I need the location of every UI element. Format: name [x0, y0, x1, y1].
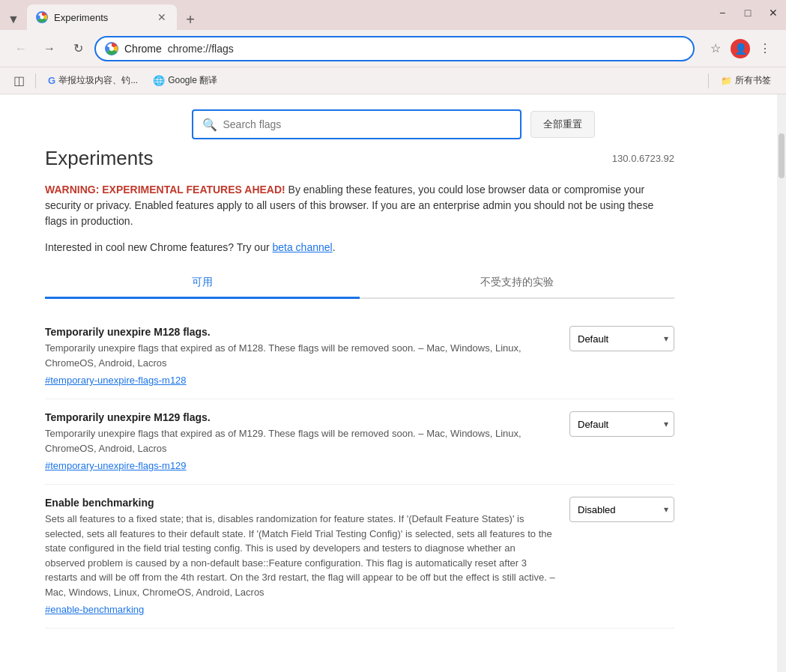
folder-icon: 📁: [721, 76, 732, 86]
flag-title-benchmarking: Enable benchmarking: [45, 497, 557, 509]
bookmarks-right: 📁 所有书签: [705, 71, 777, 90]
scrollbar[interactable]: [777, 94, 786, 672]
experiments-wrapper: Experiments 130.0.6723.92 WARNING: EXPER…: [0, 147, 719, 659]
flag-select-wrapper-m128: Default Enabled Disabled: [569, 326, 674, 351]
flag-link-m129[interactable]: #temporary-unexpire-flags-m129: [45, 460, 187, 471]
search-input[interactable]: [223, 118, 511, 130]
new-tab-button[interactable]: +: [180, 9, 201, 30]
menu-button[interactable]: ⋮: [753, 37, 777, 61]
tab-close-button[interactable]: ✕: [156, 10, 168, 25]
warning-prefix: WARNING: EXPERIMENTAL FEATURES AHEAD!: [45, 184, 285, 196]
bookmark-translate-icon: 🌐: [153, 75, 165, 86]
flag-select-m128[interactable]: Default Enabled Disabled: [569, 326, 674, 351]
tab-favicon: [36, 11, 48, 23]
svg-point-3: [109, 46, 114, 51]
nav-bar: ← → ↻ Chrome chrome://flags ☆ 👤 ⋮: [0, 30, 786, 67]
tab-available[interactable]: 可用: [45, 268, 360, 299]
search-bar-wrapper: 🔍 全部重置: [0, 94, 786, 147]
bookmark-divider: [35, 73, 36, 88]
maximize-button[interactable]: □: [741, 6, 755, 19]
flag-content-m128: Temporarily unexpire M128 flags. Tempora…: [45, 326, 557, 387]
tab-strip: Experiments ✕ +: [24, 4, 780, 30]
flag-select-benchmarking[interactable]: Default Enabled Disabled: [569, 497, 674, 522]
flag-item-benchmarking: Enable benchmarking Sets all features to…: [45, 485, 674, 629]
tabs-row: 可用 不受支持的实验: [45, 268, 674, 299]
interest-line: Interested in cool new Chrome features? …: [45, 241, 674, 253]
all-bookmarks-label: 所有书签: [735, 74, 771, 87]
profile-button[interactable]: 👤: [731, 39, 750, 58]
flag-select-wrapper-m129: Default Enabled Disabled: [569, 411, 674, 437]
warning-box: WARNING: EXPERIMENTAL FEATURES AHEAD! By…: [45, 182, 674, 229]
bookmarks-bar: ◫ G 举报垃圾内容、钓... 🌐 Google 翻译 📁 所有书签: [0, 67, 786, 94]
address-bar[interactable]: Chrome chrome://flags: [94, 36, 695, 61]
page-title: Experiments: [45, 147, 154, 170]
version-text: 130.0.6723.92: [612, 153, 674, 164]
title-bar: ▼ Experiments ✕ + − □ ✕: [0, 0, 786, 30]
reset-all-button[interactable]: 全部重置: [530, 111, 595, 138]
flag-title-m128: Temporarily unexpire M128 flags.: [45, 326, 557, 338]
interest-suffix: .: [333, 241, 336, 253]
flag-item-m128: Temporarily unexpire M128 flags. Tempora…: [45, 314, 674, 399]
address-favicon: [105, 42, 118, 55]
beta-channel-link[interactable]: beta channel: [272, 241, 332, 253]
back-button[interactable]: ←: [9, 37, 33, 61]
bookmark-button[interactable]: ☆: [704, 37, 728, 61]
nav-right-controls: ☆ 👤 ⋮: [704, 37, 777, 61]
flag-select-m129[interactable]: Default Enabled Disabled: [569, 411, 674, 437]
bookmark-spam[interactable]: G 举报垃圾内容、钓...: [42, 71, 144, 90]
bookmarks-right-divider: [708, 73, 709, 88]
reload-button[interactable]: ↻: [66, 37, 90, 61]
tab-overflow-button[interactable]: ▼: [6, 9, 21, 30]
minimize-button[interactable]: −: [716, 6, 729, 19]
apps-button[interactable]: ◫: [9, 70, 29, 91]
search-icon: 🔍: [202, 118, 217, 132]
interest-text: Interested in cool new Chrome features? …: [45, 241, 272, 253]
bookmark-translate-label: Google 翻译: [168, 74, 217, 87]
flag-link-benchmarking[interactable]: #enable-benchmarking: [45, 604, 144, 615]
flag-desc-benchmarking: Sets all features to a fixed state; that…: [45, 512, 557, 599]
flag-desc-m129: Temporarily unexpire flags that expired …: [45, 426, 557, 455]
flag-link-m128[interactable]: #temporary-unexpire-flags-m128: [45, 375, 187, 386]
window-close-button[interactable]: ✕: [767, 6, 780, 19]
address-url: chrome://flags: [168, 43, 234, 55]
scrollbar-thumb[interactable]: [779, 133, 785, 178]
flag-title-m129: Temporarily unexpire M129 flags.: [45, 411, 557, 423]
flag-desc-m128: Temporarily unexpire flags that expired …: [45, 341, 557, 370]
flag-content-m129: Temporarily unexpire M129 flags. Tempora…: [45, 411, 557, 472]
bookmark-apps: ◫: [9, 70, 29, 91]
window-controls: − □ ✕: [716, 6, 780, 19]
forward-button[interactable]: →: [37, 37, 61, 61]
address-chrome-label: Chrome: [124, 43, 162, 55]
tab-title: Experiments: [54, 12, 150, 23]
flag-select-wrapper-benchmarking: Default Enabled Disabled: [569, 497, 674, 522]
bookmark-translate[interactable]: 🌐 Google 翻译: [147, 71, 223, 90]
bookmark-g-icon: G: [48, 75, 55, 86]
bookmark-spam-label: 举报垃圾内容、钓...: [58, 74, 138, 87]
tab-unsupported[interactable]: 不受支持的实验: [360, 268, 674, 297]
all-bookmarks-button[interactable]: 📁 所有书签: [715, 71, 777, 90]
page-content: 🔍 全部重置 Experiments 130.0.6723.92 WARNING…: [0, 94, 786, 672]
svg-point-1: [40, 16, 44, 19]
flag-item-m129: Temporarily unexpire M129 flags. Tempora…: [45, 399, 674, 485]
active-tab[interactable]: Experiments ✕: [27, 4, 177, 30]
search-input-box[interactable]: 🔍: [192, 109, 522, 139]
flag-content-benchmarking: Enable benchmarking Sets all features to…: [45, 497, 557, 616]
